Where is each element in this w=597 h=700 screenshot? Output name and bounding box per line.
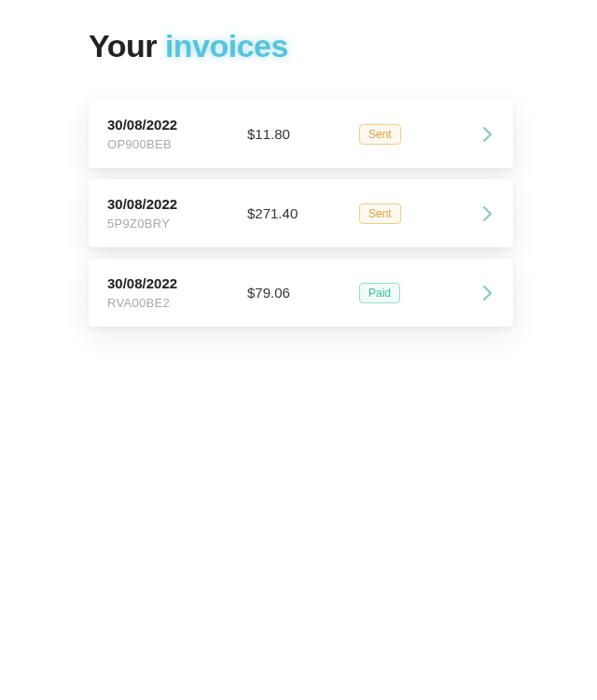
- invoice-amount: $79.06: [247, 285, 359, 301]
- invoice-code: OP900BEB: [107, 137, 247, 151]
- status-badge: Sent: [359, 124, 401, 145]
- invoice-row[interactable]: 30/08/2022 OP900BEB $11.80 Sent: [89, 100, 513, 168]
- page-title-prefix: Your: [89, 28, 165, 63]
- status-badge: Sent: [359, 203, 401, 224]
- invoice-code: 5P9Z0BRY: [107, 217, 247, 231]
- invoice-date: 30/08/2022: [107, 196, 247, 212]
- invoice-row[interactable]: 30/08/2022 RVA00BE2 $79.06 Paid: [89, 259, 513, 327]
- invoice-list: 30/08/2022 OP900BEB $11.80 Sent 30/08/20…: [89, 100, 513, 327]
- invoice-code: RVA00BE2: [107, 296, 247, 310]
- invoice-date: 30/08/2022: [107, 275, 247, 291]
- chevron-right-icon[interactable]: [481, 284, 494, 302]
- invoice-amount: $271.40: [247, 205, 359, 221]
- invoice-date: 30/08/2022: [107, 117, 247, 133]
- invoice-amount: $11.80: [247, 126, 359, 142]
- chevron-right-icon[interactable]: [481, 125, 494, 144]
- page-title: Your invoices: [89, 28, 513, 64]
- chevron-right-icon[interactable]: [481, 204, 494, 223]
- page-title-accent: invoices: [165, 28, 288, 63]
- invoice-row[interactable]: 30/08/2022 5P9Z0BRY $271.40 Sent: [89, 179, 513, 247]
- status-badge: Paid: [359, 283, 400, 303]
